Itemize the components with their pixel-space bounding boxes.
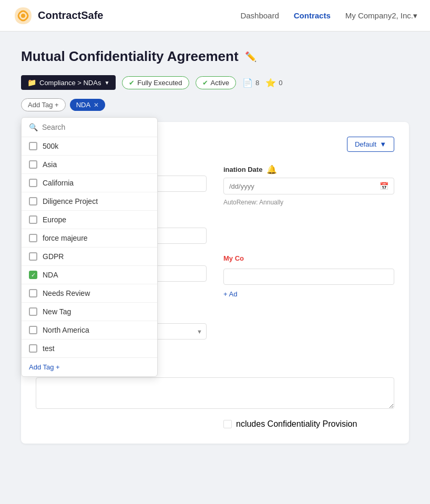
my-company-label: My Co — [223, 254, 394, 262]
doc-count: 📄 8 — [242, 78, 259, 88]
nav-company[interactable]: My Company2, Inc.▾ — [345, 11, 417, 20]
tag-checkbox-asia[interactable] — [29, 160, 37, 169]
add-my-company-link[interactable]: + Ad — [223, 290, 394, 298]
bell-icon[interactable]: 🔔 — [267, 164, 277, 174]
logo-icon — [13, 5, 34, 26]
navigation: ContractSafe Dashboard Contracts My Comp… — [0, 0, 430, 32]
list-item[interactable]: test — [22, 340, 157, 357]
tag-label-needs-review: Needs Review — [43, 289, 90, 297]
termination-date-field: ination Date 🔔 📅 AutoRenew: Annually — [223, 164, 394, 206]
tag-checkbox-gdpr[interactable] — [29, 252, 37, 261]
tag-checkbox-diligence[interactable] — [29, 197, 37, 205]
default-view-button[interactable]: Default ▼ — [347, 137, 394, 152]
my-company-input[interactable] — [223, 269, 394, 285]
folder-chevron-icon: ▼ — [104, 80, 109, 86]
tag-label-california: California — [43, 179, 74, 187]
default-btn-label: Default — [355, 140, 376, 148]
list-item[interactable]: ✓ NDA — [22, 266, 157, 284]
empty-right-1 — [223, 217, 394, 244]
star-count: ⭐ 0 — [265, 78, 282, 88]
folder-icon: 📁 — [27, 78, 36, 87]
tag-label-500k: 500k — [43, 142, 58, 150]
tag-checkbox-california[interactable] — [29, 179, 37, 187]
nda-tag-close-icon[interactable]: ✕ — [94, 101, 99, 109]
nda-tag: NDA ✕ — [70, 99, 105, 111]
list-item[interactable]: Europe — [22, 211, 157, 229]
logo-text: ContractSafe — [38, 9, 103, 22]
tag-checkbox-north-america[interactable] — [29, 326, 37, 334]
document-icon: 📄 — [242, 78, 253, 88]
page-content: Mutual Confidentiality Agreement ✏️ 📁 Co… — [0, 32, 430, 460]
tags-row: Add Tag + NDA ✕ 🔍 500k Asia — [21, 98, 409, 111]
folder-path: Compliance > NDAs — [39, 79, 101, 87]
tag-label-test: test — [43, 344, 55, 353]
list-item[interactable]: California — [22, 174, 157, 192]
termination-date-input-wrapper: 📅 — [223, 178, 394, 194]
tag-label-europe: Europe — [43, 215, 66, 224]
nav-dashboard[interactable]: Dashboard — [240, 11, 279, 20]
tag-checkbox-500k[interactable] — [29, 142, 37, 150]
tag-label-gdpr: GDPR — [43, 252, 64, 261]
fully-executed-check-icon: ✔ — [129, 79, 135, 87]
list-item[interactable]: New Tag — [22, 303, 157, 321]
fully-executed-label: Fully Executed — [137, 79, 182, 87]
default-btn-chevron-icon: ▼ — [380, 140, 386, 148]
list-item[interactable]: Diligence Project — [22, 192, 157, 211]
provision-checkbox[interactable] — [223, 420, 232, 428]
list-item[interactable]: Asia — [22, 156, 157, 174]
doc-count-value: 8 — [255, 79, 259, 87]
tag-checkbox-force[interactable] — [29, 234, 37, 242]
svg-point-0 — [21, 14, 25, 18]
tag-list: 500k Asia California Diligence Project E… — [22, 137, 157, 357]
dropdown-add-tag-footer[interactable]: Add Tag + — [22, 357, 157, 376]
nav-contracts[interactable]: Contracts — [294, 11, 331, 20]
tag-checkbox-new-tag[interactable] — [29, 307, 37, 316]
tag-label-diligence: Diligence Project — [43, 197, 98, 205]
tag-label-force: force majeure — [43, 234, 88, 242]
folder-button[interactable]: 📁 Compliance > NDAs ▼ — [21, 75, 116, 90]
add-tag-button[interactable]: Add Tag + — [21, 98, 66, 111]
termination-date-label: ination Date — [223, 166, 262, 173]
tag-dropdown: 🔍 500k Asia California Dilig — [21, 117, 158, 377]
my-company-field: My Co + Ad — [223, 254, 394, 298]
tag-search-input[interactable] — [42, 123, 150, 131]
nav-links: Dashboard Contracts My Company2, Inc.▾ — [240, 11, 417, 20]
tag-search-container: 🔍 — [22, 118, 157, 137]
notice-textarea[interactable] — [36, 377, 394, 409]
tag-checkbox-test[interactable] — [29, 344, 37, 353]
list-item[interactable]: GDPR — [22, 248, 157, 266]
star-icon: ⭐ — [265, 78, 276, 88]
tag-checkbox-nda[interactable]: ✓ — [29, 271, 37, 279]
tag-label-asia: Asia — [43, 160, 57, 169]
provision-field: ncludes Confidentiality Provision — [223, 419, 394, 429]
logo[interactable]: ContractSafe — [13, 5, 103, 26]
active-label: Active — [211, 79, 229, 87]
add-tag-label: Add Tag + — [28, 101, 59, 109]
tag-label-north-america: North America — [43, 326, 89, 334]
tag-checkbox-europe[interactable] — [29, 215, 37, 224]
list-item[interactable]: North America — [22, 321, 157, 340]
edit-title-icon[interactable]: ✏️ — [245, 51, 257, 63]
title-row: Mutual Confidentiality Agreement ✏️ — [21, 48, 409, 65]
termination-date-input[interactable] — [229, 182, 375, 190]
tag-label-new-tag: New Tag — [43, 307, 71, 316]
autorenew-text: AutoRenew: Annually — [223, 199, 394, 206]
tag-label-nda: NDA — [43, 271, 58, 279]
list-item[interactable]: 500k — [22, 137, 157, 156]
active-check-icon: ✔ — [202, 79, 208, 87]
star-count-value: 0 — [279, 79, 282, 87]
tag-checkbox-needs-review[interactable] — [29, 289, 37, 297]
provision-label: ncludes Confidentiality Provision — [236, 419, 357, 429]
search-icon: 🔍 — [29, 123, 38, 131]
active-badge: ✔ Active — [196, 76, 236, 89]
list-item[interactable]: Needs Review — [22, 284, 157, 303]
page-title: Mutual Confidentiality Agreement — [21, 48, 239, 65]
list-item[interactable]: force majeure — [22, 229, 157, 248]
calendar-icon[interactable]: 📅 — [380, 182, 388, 190]
meta-row: 📁 Compliance > NDAs ▼ ✔ Fully Executed ✔… — [21, 75, 409, 90]
nda-tag-label: NDA — [76, 101, 90, 109]
fully-executed-badge: ✔ Fully Executed — [122, 76, 189, 89]
